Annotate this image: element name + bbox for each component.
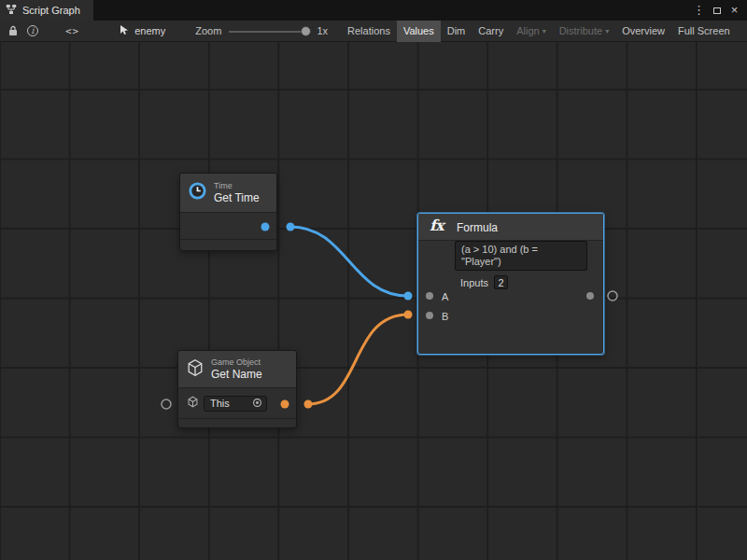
node-get-time-body	[180, 213, 276, 240]
fx-icon: fx	[430, 217, 443, 234]
formula-port-b-label: B	[442, 311, 448, 322]
maximize-icon	[713, 7, 721, 14]
toolbar-buttons: Relations Values Dim Carry Align ▾ Distr…	[341, 21, 737, 42]
inputs-label: Inputs	[460, 277, 488, 288]
tab-script-graph[interactable]: Script Graph	[0, 0, 93, 21]
formula-port-a-label: A	[442, 291, 448, 302]
zoom-label: Zoom	[195, 25, 221, 36]
node-category-label: Game Object	[211, 357, 262, 368]
zoom-value: 1x	[317, 25, 328, 36]
info-icon[interactable]: i	[24, 21, 41, 42]
cube-icon	[186, 358, 204, 381]
formula-expression-line1: (a > 10) and (b =	[461, 244, 581, 256]
formula-expression-input[interactable]: (a > 10) and (b = "Player")	[455, 241, 587, 271]
window-close-button[interactable]: ×	[726, 0, 743, 21]
node-title-label: Get Time	[214, 191, 260, 204]
target-picker-icon[interactable]	[252, 398, 262, 410]
distribute-button[interactable]: Distribute ▾	[553, 21, 615, 42]
zoom-slider[interactable]	[229, 21, 311, 42]
graph-reference[interactable]: enemy	[119, 24, 165, 37]
node-title-label: Formula	[457, 221, 498, 234]
graph-name-label: enemy	[134, 25, 165, 36]
formula-inputs-count-input[interactable]: 2	[494, 275, 508, 289]
target-object-value: This	[210, 398, 230, 409]
zoom-slider-knob[interactable]	[301, 26, 311, 36]
carry-button[interactable]: Carry	[472, 21, 510, 42]
node-formula[interactable]: fx Formula (a > 10) and (b = "Player") I…	[417, 213, 604, 355]
values-button[interactable]: Values	[397, 21, 441, 42]
window-controls: ⋮ ×	[690, 0, 747, 21]
node-title-label: Get Name	[211, 368, 262, 381]
window-titlebar: Script Graph ⋮ ×	[0, 0, 747, 21]
align-button-label: Align	[516, 25, 539, 36]
node-get-name-header[interactable]: Game Object Get Name	[178, 351, 296, 388]
overview-button[interactable]: Overview	[615, 21, 671, 42]
tab-title: Script Graph	[22, 5, 80, 16]
align-button[interactable]: Align ▾	[510, 21, 552, 42]
node-get-time[interactable]: Time Get Time	[179, 173, 277, 251]
node-category-label: Time	[214, 181, 260, 191]
relations-button[interactable]: Relations	[341, 21, 397, 42]
script-graph-icon	[6, 4, 17, 17]
distribute-button-label: Distribute	[559, 25, 602, 36]
code-edit-icon[interactable]: <>	[65, 21, 79, 42]
chevron-down-icon: ▾	[543, 27, 546, 35]
node-get-time-header[interactable]: Time Get Time	[180, 174, 276, 213]
info-icon-glyph: i	[27, 25, 38, 36]
window-maximize-button[interactable]	[708, 0, 726, 21]
window-menu-button[interactable]: ⋮	[690, 0, 708, 21]
fullscreen-button[interactable]: Full Screen	[671, 21, 737, 42]
dim-button[interactable]: Dim	[441, 21, 472, 42]
target-object-picker[interactable]: This	[204, 396, 267, 412]
node-get-name-body: This	[178, 388, 296, 419]
zoom-slider-track	[229, 31, 311, 33]
lock-icon[interactable]	[6, 21, 21, 42]
cube-icon-small	[187, 395, 199, 412]
chevron-down-icon: ▾	[605, 27, 609, 35]
formula-inputs-row: Inputs 2	[460, 275, 508, 289]
node-get-name[interactable]: Game Object Get Name This	[177, 350, 297, 428]
formula-expression-line2: "Player")	[461, 256, 581, 268]
clock-icon	[188, 181, 207, 204]
graph-canvas[interactable]	[0, 42, 747, 560]
graph-toolbar: i <> enemy Zoom 1x Relations Values Dim …	[0, 21, 747, 42]
cursor-icon	[119, 24, 130, 37]
